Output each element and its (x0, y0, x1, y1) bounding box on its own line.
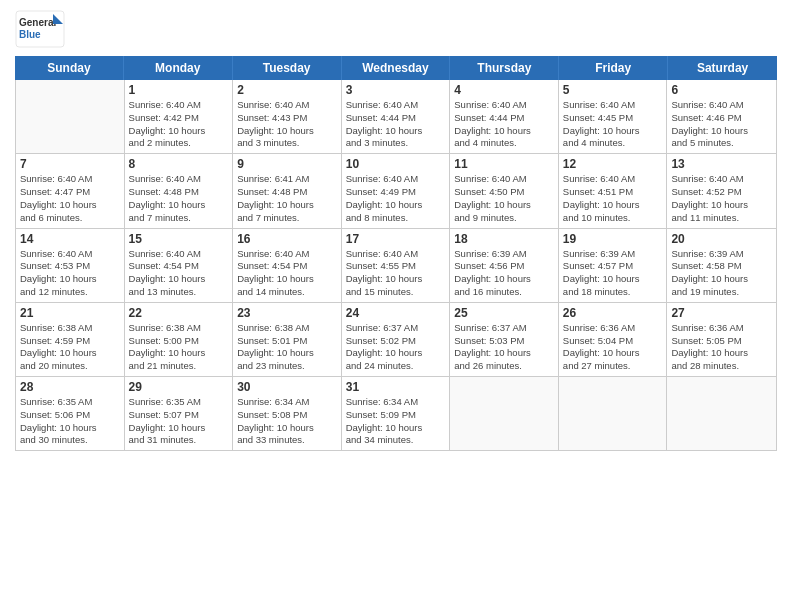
calendar-cell (559, 377, 668, 450)
calendar-row-0: 1Sunrise: 6:40 AM Sunset: 4:42 PM Daylig… (16, 80, 776, 154)
weekday-header-monday: Monday (124, 56, 233, 80)
calendar-cell: 20Sunrise: 6:39 AM Sunset: 4:58 PM Dayli… (667, 229, 776, 302)
day-number: 17 (346, 232, 446, 246)
day-info: Sunrise: 6:34 AM Sunset: 5:08 PM Dayligh… (237, 396, 337, 447)
day-number: 3 (346, 83, 446, 97)
day-number: 29 (129, 380, 229, 394)
calendar-cell: 30Sunrise: 6:34 AM Sunset: 5:08 PM Dayli… (233, 377, 342, 450)
calendar-cell: 4Sunrise: 6:40 AM Sunset: 4:44 PM Daylig… (450, 80, 559, 153)
weekday-header-wednesday: Wednesday (342, 56, 451, 80)
calendar-cell: 27Sunrise: 6:36 AM Sunset: 5:05 PM Dayli… (667, 303, 776, 376)
calendar-cell: 16Sunrise: 6:40 AM Sunset: 4:54 PM Dayli… (233, 229, 342, 302)
day-info: Sunrise: 6:37 AM Sunset: 5:02 PM Dayligh… (346, 322, 446, 373)
logo-svg: General Blue (15, 10, 65, 48)
calendar-row-3: 21Sunrise: 6:38 AM Sunset: 4:59 PM Dayli… (16, 303, 776, 377)
calendar-cell: 31Sunrise: 6:34 AM Sunset: 5:09 PM Dayli… (342, 377, 451, 450)
day-info: Sunrise: 6:40 AM Sunset: 4:55 PM Dayligh… (346, 248, 446, 299)
day-number: 18 (454, 232, 554, 246)
calendar-cell: 22Sunrise: 6:38 AM Sunset: 5:00 PM Dayli… (125, 303, 234, 376)
day-info: Sunrise: 6:38 AM Sunset: 5:01 PM Dayligh… (237, 322, 337, 373)
day-info: Sunrise: 6:40 AM Sunset: 4:49 PM Dayligh… (346, 173, 446, 224)
calendar-cell: 6Sunrise: 6:40 AM Sunset: 4:46 PM Daylig… (667, 80, 776, 153)
calendar-cell: 10Sunrise: 6:40 AM Sunset: 4:49 PM Dayli… (342, 154, 451, 227)
calendar-body: 1Sunrise: 6:40 AM Sunset: 4:42 PM Daylig… (16, 80, 776, 450)
day-number: 31 (346, 380, 446, 394)
day-number: 1 (129, 83, 229, 97)
day-info: Sunrise: 6:34 AM Sunset: 5:09 PM Dayligh… (346, 396, 446, 447)
day-number: 5 (563, 83, 663, 97)
header: General Blue (15, 10, 777, 48)
calendar-cell: 21Sunrise: 6:38 AM Sunset: 4:59 PM Dayli… (16, 303, 125, 376)
day-info: Sunrise: 6:35 AM Sunset: 5:07 PM Dayligh… (129, 396, 229, 447)
calendar-cell: 14Sunrise: 6:40 AM Sunset: 4:53 PM Dayli… (16, 229, 125, 302)
day-number: 2 (237, 83, 337, 97)
day-number: 10 (346, 157, 446, 171)
calendar-cell: 5Sunrise: 6:40 AM Sunset: 4:45 PM Daylig… (559, 80, 668, 153)
page: General Blue SundayMondayTuesdayWednesda… (0, 0, 792, 612)
day-info: Sunrise: 6:40 AM Sunset: 4:47 PM Dayligh… (20, 173, 120, 224)
calendar-cell: 2Sunrise: 6:40 AM Sunset: 4:43 PM Daylig… (233, 80, 342, 153)
svg-text:Blue: Blue (19, 29, 41, 40)
day-info: Sunrise: 6:38 AM Sunset: 5:00 PM Dayligh… (129, 322, 229, 373)
day-number: 11 (454, 157, 554, 171)
calendar-cell: 13Sunrise: 6:40 AM Sunset: 4:52 PM Dayli… (667, 154, 776, 227)
day-number: 14 (20, 232, 120, 246)
day-number: 9 (237, 157, 337, 171)
day-number: 13 (671, 157, 772, 171)
day-info: Sunrise: 6:40 AM Sunset: 4:51 PM Dayligh… (563, 173, 663, 224)
day-info: Sunrise: 6:36 AM Sunset: 5:04 PM Dayligh… (563, 322, 663, 373)
day-number: 15 (129, 232, 229, 246)
day-info: Sunrise: 6:39 AM Sunset: 4:57 PM Dayligh… (563, 248, 663, 299)
calendar-cell: 11Sunrise: 6:40 AM Sunset: 4:50 PM Dayli… (450, 154, 559, 227)
calendar-cell (16, 80, 125, 153)
day-info: Sunrise: 6:40 AM Sunset: 4:50 PM Dayligh… (454, 173, 554, 224)
calendar: SundayMondayTuesdayWednesdayThursdayFrid… (15, 56, 777, 602)
day-number: 4 (454, 83, 554, 97)
calendar-cell (450, 377, 559, 450)
calendar-grid: 1Sunrise: 6:40 AM Sunset: 4:42 PM Daylig… (15, 80, 777, 451)
day-info: Sunrise: 6:40 AM Sunset: 4:44 PM Dayligh… (346, 99, 446, 150)
calendar-cell: 26Sunrise: 6:36 AM Sunset: 5:04 PM Dayli… (559, 303, 668, 376)
calendar-cell: 12Sunrise: 6:40 AM Sunset: 4:51 PM Dayli… (559, 154, 668, 227)
day-info: Sunrise: 6:40 AM Sunset: 4:46 PM Dayligh… (671, 99, 772, 150)
day-number: 23 (237, 306, 337, 320)
day-number: 20 (671, 232, 772, 246)
day-info: Sunrise: 6:35 AM Sunset: 5:06 PM Dayligh… (20, 396, 120, 447)
calendar-cell: 8Sunrise: 6:40 AM Sunset: 4:48 PM Daylig… (125, 154, 234, 227)
day-info: Sunrise: 6:36 AM Sunset: 5:05 PM Dayligh… (671, 322, 772, 373)
day-number: 21 (20, 306, 120, 320)
day-info: Sunrise: 6:39 AM Sunset: 4:58 PM Dayligh… (671, 248, 772, 299)
day-number: 22 (129, 306, 229, 320)
calendar-cell: 24Sunrise: 6:37 AM Sunset: 5:02 PM Dayli… (342, 303, 451, 376)
calendar-cell: 7Sunrise: 6:40 AM Sunset: 4:47 PM Daylig… (16, 154, 125, 227)
day-number: 8 (129, 157, 229, 171)
calendar-row-1: 7Sunrise: 6:40 AM Sunset: 4:47 PM Daylig… (16, 154, 776, 228)
calendar-cell: 18Sunrise: 6:39 AM Sunset: 4:56 PM Dayli… (450, 229, 559, 302)
day-info: Sunrise: 6:40 AM Sunset: 4:54 PM Dayligh… (129, 248, 229, 299)
calendar-cell: 3Sunrise: 6:40 AM Sunset: 4:44 PM Daylig… (342, 80, 451, 153)
day-number: 25 (454, 306, 554, 320)
calendar-cell: 23Sunrise: 6:38 AM Sunset: 5:01 PM Dayli… (233, 303, 342, 376)
day-number: 24 (346, 306, 446, 320)
calendar-cell: 19Sunrise: 6:39 AM Sunset: 4:57 PM Dayli… (559, 229, 668, 302)
calendar-cell (667, 377, 776, 450)
logo: General Blue (15, 10, 65, 48)
day-number: 19 (563, 232, 663, 246)
weekday-header-friday: Friday (559, 56, 668, 80)
day-number: 28 (20, 380, 120, 394)
day-info: Sunrise: 6:40 AM Sunset: 4:45 PM Dayligh… (563, 99, 663, 150)
calendar-cell: 25Sunrise: 6:37 AM Sunset: 5:03 PM Dayli… (450, 303, 559, 376)
weekday-header-thursday: Thursday (450, 56, 559, 80)
day-number: 16 (237, 232, 337, 246)
day-info: Sunrise: 6:40 AM Sunset: 4:42 PM Dayligh… (129, 99, 229, 150)
day-number: 7 (20, 157, 120, 171)
weekday-header-tuesday: Tuesday (233, 56, 342, 80)
day-number: 12 (563, 157, 663, 171)
weekday-header-saturday: Saturday (668, 56, 777, 80)
day-info: Sunrise: 6:39 AM Sunset: 4:56 PM Dayligh… (454, 248, 554, 299)
day-info: Sunrise: 6:38 AM Sunset: 4:59 PM Dayligh… (20, 322, 120, 373)
day-info: Sunrise: 6:40 AM Sunset: 4:44 PM Dayligh… (454, 99, 554, 150)
weekday-header-sunday: Sunday (15, 56, 124, 80)
day-info: Sunrise: 6:40 AM Sunset: 4:53 PM Dayligh… (20, 248, 120, 299)
day-info: Sunrise: 6:40 AM Sunset: 4:48 PM Dayligh… (129, 173, 229, 224)
